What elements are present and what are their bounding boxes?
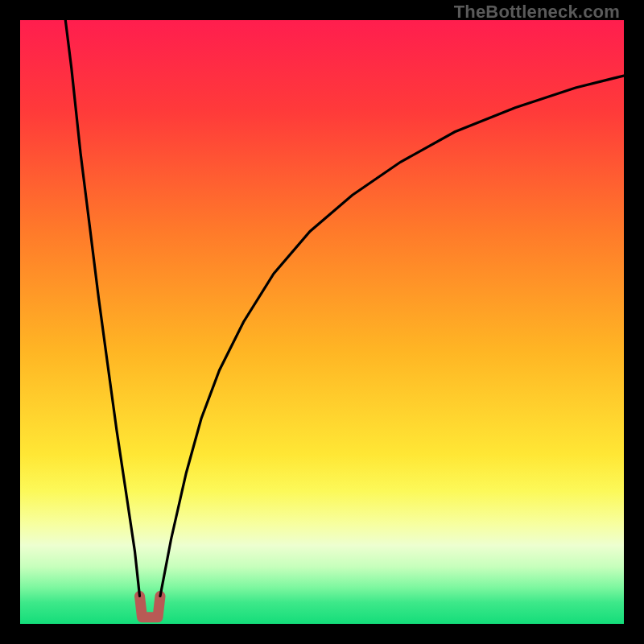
watermark-text: TheBottleneck.com <box>454 2 620 23</box>
chart-frame <box>20 20 624 624</box>
curve-left-branch <box>65 20 139 597</box>
bottleneck-curve <box>20 20 624 624</box>
curve-right-branch <box>160 76 624 597</box>
notch-marker <box>140 597 161 617</box>
